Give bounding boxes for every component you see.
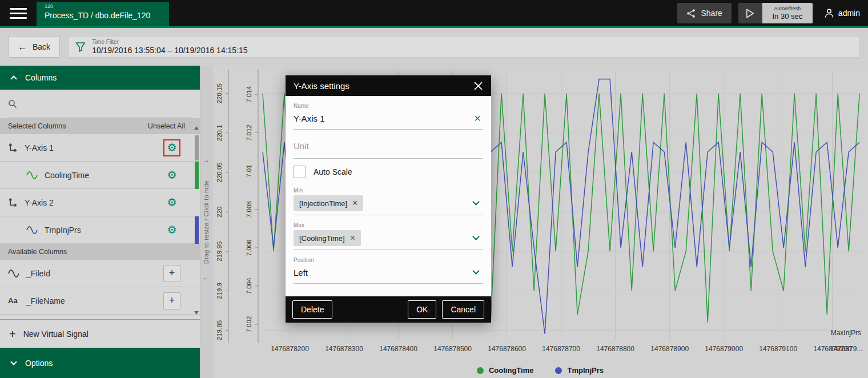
y-axis-2-settings-button[interactable]: ⚙	[163, 194, 180, 211]
y-tick-label: 220.05	[216, 162, 223, 182]
delete-button[interactable]: Delete	[292, 300, 332, 319]
selected-column-y-axis-1[interactable]: Y-Axis 1 ⚙	[0, 134, 200, 162]
column-label: Y-Axis 2	[25, 198, 163, 207]
y-tick-label: 7.002	[246, 316, 252, 333]
name-field: Name ×	[294, 103, 483, 130]
min-value-chip[interactable]: [InjectionTime] ×	[294, 195, 363, 211]
topbar: 120 Process_TD / dbo.deFile_120 Share Au…	[0, 0, 868, 26]
position-select[interactable]: Left	[294, 268, 308, 278]
chevron-down-icon[interactable]	[472, 233, 480, 240]
position-field: Position Left	[294, 257, 483, 284]
max-field: Max [CoolingTime] ×	[294, 222, 483, 250]
close-icon[interactable]	[469, 77, 487, 94]
columns-panel-header[interactable]: Columns	[0, 66, 200, 90]
signal-wave-icon	[26, 226, 38, 234]
chip-label: [CoolingTime]	[299, 234, 345, 243]
ok-button[interactable]: OK	[408, 300, 436, 319]
signal-wave-icon	[26, 171, 38, 179]
time-filter[interactable]: Time Filter 10/19/2016 13:55:04 – 10/19/…	[68, 36, 860, 58]
gear-icon: ⚙	[167, 142, 176, 153]
remove-chip-icon[interactable]: ×	[352, 199, 357, 208]
add-filename-button[interactable]: +	[163, 292, 180, 309]
gear-icon: ⚙	[167, 170, 176, 180]
legend-item-coolingtime[interactable]: CoolingTime	[477, 366, 533, 375]
auto-scale-checkbox[interactable]	[294, 166, 306, 178]
add-fileid-button[interactable]: +	[163, 265, 180, 282]
selected-column-tmpinjprs[interactable]: TmpInjPrs ⚙	[0, 216, 200, 244]
gear-icon: ⚙	[167, 224, 176, 235]
y-tick-label: 7.006	[246, 240, 252, 256]
new-virtual-signal-button[interactable]: + New Virtual Signal	[0, 319, 200, 348]
dialog-body: Name × Auto Scale Min [InjectionT	[286, 96, 491, 296]
scroll-up-arrow[interactable]	[194, 126, 199, 130]
user-menu[interactable]: admin	[819, 8, 860, 18]
selected-columns-header: Selected Columns Unselect All	[0, 118, 200, 134]
selected-column-y-axis-2[interactable]: Y-Axis 2 ⚙	[0, 189, 200, 216]
play-button[interactable]	[738, 3, 762, 23]
sidebar-resize-handle[interactable]: → Drag to resize / Click to hide ←	[200, 66, 212, 378]
x-tick-label: 1476878400	[379, 345, 417, 353]
chevron-up-icon	[10, 75, 17, 82]
share-icon	[686, 9, 696, 18]
resize-arrow-icon: →	[203, 156, 210, 164]
min-field: Min [InjectionTime] ×	[294, 187, 483, 215]
autorefresh-group: Autorefresh In 30 sec	[738, 3, 813, 23]
available-columns-label: Available Columns	[8, 248, 67, 256]
auto-scale-row: Auto Scale	[294, 166, 483, 178]
y-tick-label: 220	[216, 207, 223, 218]
chevron-down-icon[interactable]	[472, 267, 480, 275]
x-tick-label: 1476878300	[325, 345, 363, 353]
plus-icon: +	[9, 328, 16, 340]
filter-icon	[75, 42, 86, 52]
legend-label: CoolingTime	[489, 366, 533, 375]
cancel-button[interactable]: Cancel	[442, 300, 484, 319]
username: admin	[838, 9, 860, 18]
x-tick-label: 1476878700	[542, 345, 580, 353]
columns-sidebar: Columns Selected Columns Unselect All Y-…	[0, 66, 200, 378]
legend-label: TmpInjPrs	[567, 366, 604, 375]
new-virtual-signal-label: New Virtual Signal	[23, 329, 89, 339]
available-column-fileid[interactable]: _FileId +	[0, 260, 200, 287]
x-tick-label: 1476878900	[650, 345, 689, 353]
menu-icon[interactable]	[10, 8, 27, 19]
y-tick-label: 220.1	[216, 124, 223, 141]
tab-title: Process_TD / dbo.deFile_120	[45, 11, 161, 20]
back-button[interactable]: ← Back	[8, 36, 60, 58]
share-button[interactable]: Share	[677, 3, 732, 23]
chevron-down-icon	[10, 359, 17, 365]
available-column-filename[interactable]: Aa _FileName +	[0, 287, 200, 315]
remove-chip-icon[interactable]: ×	[350, 234, 355, 243]
selected-column-coolingtime[interactable]: CoolingTime ⚙	[0, 162, 200, 189]
search-input[interactable]	[22, 95, 192, 112]
column-label: _FileName	[26, 296, 163, 305]
tab-number: 120	[45, 3, 161, 9]
scrollbar-thumb[interactable]	[195, 135, 199, 160]
y-axis-1-settings-button[interactable]: ⚙	[163, 139, 180, 156]
active-dataset-tab[interactable]: 120 Process_TD / dbo.deFile_120	[37, 2, 169, 26]
sidebar-scrollbar	[194, 120, 199, 319]
y-tick-label: 7.01	[246, 164, 252, 177]
column-label: _FileId	[26, 269, 163, 278]
unit-input[interactable]	[294, 140, 483, 152]
name-label: Name	[294, 103, 483, 109]
legend-item-tmpinjprs[interactable]: TmpInjPrs	[555, 366, 604, 375]
x-tick-label: 1476879000	[705, 345, 743, 353]
share-label: Share	[701, 9, 722, 18]
y-axis-settings-dialog: Y-Axis settings Name × Auto Scale	[286, 75, 491, 323]
name-input[interactable]	[294, 112, 472, 124]
x-tick-label: 1476878200	[271, 345, 309, 353]
column-label: TmpInjPrs	[45, 226, 163, 235]
clear-name-icon[interactable]: ×	[472, 112, 483, 124]
options-panel-header[interactable]: Options	[0, 348, 200, 378]
scroll-down-arrow[interactable]	[194, 311, 199, 315]
autorefresh-status[interactable]: Autorefresh In 30 sec	[762, 3, 813, 23]
chip-label: [InjectionTime]	[299, 199, 347, 208]
chevron-down-icon[interactable]	[472, 198, 480, 206]
topbar-actions: Share Autorefresh In 30 sec admin	[677, 3, 868, 23]
search-icon	[8, 99, 17, 108]
tmpinjprs-settings-button[interactable]: ⚙	[163, 222, 180, 239]
max-value-chip[interactable]: [CoolingTime] ×	[294, 230, 361, 246]
unselect-all-button[interactable]: Unselect All	[148, 122, 185, 130]
coolingtime-settings-button[interactable]: ⚙	[163, 167, 180, 184]
text-column-icon: Aa	[8, 296, 19, 305]
